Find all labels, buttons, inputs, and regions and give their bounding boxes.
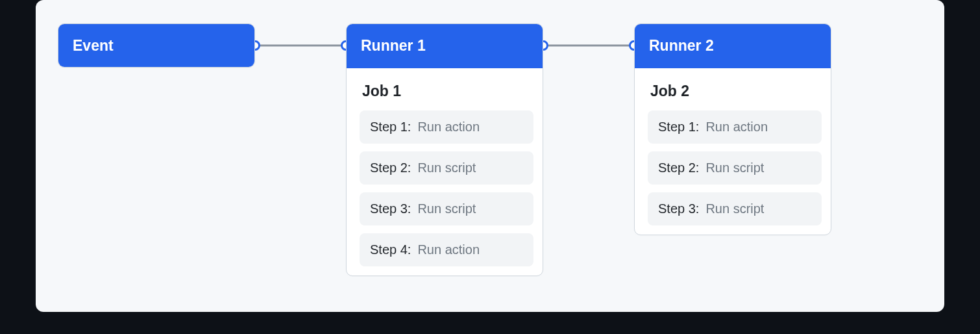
- runner1-title: Runner 1: [361, 37, 426, 55]
- event-header: Event: [58, 24, 254, 68]
- step-desc: Run action: [417, 120, 480, 135]
- step-label: Step 3:: [370, 201, 411, 216]
- step-label: Step 4:: [370, 242, 411, 257]
- step-desc: Run script: [705, 161, 764, 175]
- step-desc: Run script: [417, 161, 476, 175]
- step-desc: Run action: [417, 242, 480, 257]
- step-item: Step 2: Run script: [360, 151, 533, 185]
- step-desc: Run script: [417, 201, 476, 216]
- job2-title: Job 2: [648, 83, 822, 100]
- step-item: Step 2: Run script: [648, 151, 822, 185]
- runner1-body: Job 1 Step 1: Run action Step 2: Run scr…: [347, 68, 543, 276]
- connector-line: [255, 45, 346, 47]
- connector-event-runner1: [255, 23, 346, 68]
- step-desc: Run action: [705, 120, 768, 135]
- runner1-card: Runner 1 Job 1 Step 1: Run action Step 2…: [346, 23, 543, 276]
- step-label: Step 3:: [658, 201, 699, 216]
- step-item: Step 4: Run action: [360, 233, 533, 266]
- diagram-canvas: Event Runner 1 Job 1 Step 1: Run action …: [36, 0, 944, 312]
- runner2-card: Runner 2 Job 2 Step 1: Run action Step 2…: [634, 23, 831, 235]
- step-label: Step 2:: [658, 161, 699, 175]
- step-label: Step 2:: [370, 161, 411, 175]
- step-item: Step 1: Run action: [648, 110, 822, 144]
- runner1-header: Runner 1: [347, 24, 543, 68]
- connector-runner1-runner2: [543, 23, 634, 68]
- runner2-title: Runner 2: [649, 37, 714, 55]
- step-label: Step 1:: [658, 120, 699, 135]
- event-card: Event: [58, 23, 255, 68]
- workflow-diagram: Event Runner 1 Job 1 Step 1: Run action …: [58, 23, 922, 276]
- job1-title: Job 1: [360, 83, 533, 100]
- runner2-body: Job 2 Step 1: Run action Step 2: Run scr…: [635, 68, 831, 235]
- step-label: Step 1:: [370, 120, 411, 135]
- event-title: Event: [73, 37, 114, 55]
- step-desc: Run script: [705, 201, 764, 216]
- connector-line: [543, 45, 634, 47]
- runner2-header: Runner 2: [635, 24, 831, 68]
- step-item: Step 1: Run action: [360, 110, 533, 144]
- step-item: Step 3: Run script: [648, 192, 822, 225]
- step-item: Step 3: Run script: [360, 192, 533, 225]
